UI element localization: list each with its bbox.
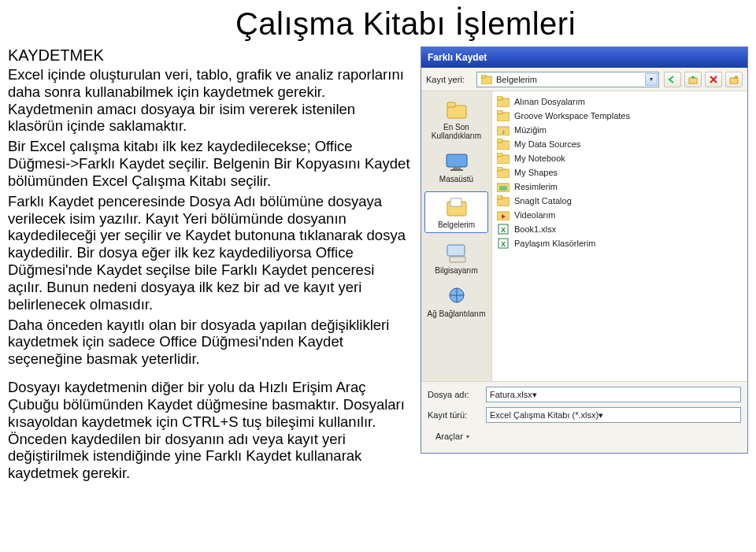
folder-icon [497, 109, 510, 122]
save-in-row: Kayıt yeri: Belgelerim ▾ [421, 68, 747, 91]
save-as-dialog: Farklı Kaydet Kayıt yeri: Belgelerim ▾ [421, 46, 748, 454]
network-icon [443, 284, 470, 308]
excel-share-icon: X [497, 237, 510, 250]
svg-rect-3 [730, 78, 738, 83]
folder-recent-icon [443, 98, 470, 121]
folder-icon [497, 194, 510, 207]
filetype-dropdown[interactable]: Excel Çalışma Kitabı (*.xlsx) ▾ [486, 407, 741, 423]
svg-rect-12 [447, 245, 465, 256]
filetype-label: Kayıt türü: [428, 410, 481, 420]
paragraph-5: Dosyayı kaydetmenin diğer bir yolu da Hı… [8, 379, 411, 482]
paragraph-3: Farklı Kaydet penceresinde Dosya Adı böl… [8, 193, 411, 313]
svg-rect-28 [499, 186, 507, 191]
file-item-label: Alınan Dosyalarım [514, 97, 585, 106]
svg-point-4 [735, 76, 738, 79]
save-in-label: Kayıt yeri: [426, 75, 472, 84]
filetype-value: Excel Çalışma Kitabı (*.xlsx) [490, 410, 598, 420]
file-item-label: Resimlerim [514, 182, 558, 191]
text-column: KAYDETMEK Excel içinde oluşturulan veri,… [8, 46, 417, 485]
back-button[interactable] [664, 72, 681, 87]
svg-rect-6 [447, 102, 455, 107]
file-item[interactable]: My Shapes [497, 165, 743, 180]
file-item-label: Groove Workspace Templates [514, 111, 630, 120]
places-item-label: En Son Kullandıklarım [423, 123, 490, 140]
svg-rect-9 [450, 169, 463, 171]
places-item[interactable]: Bilgisayarım [421, 239, 491, 276]
svg-text:X: X [501, 226, 506, 234]
svg-rect-30 [497, 195, 502, 199]
file-item[interactable]: Resimlerim [497, 180, 743, 194]
svg-text:X: X [501, 240, 506, 248]
filename-input[interactable]: Fatura.xlsx ▾ [486, 387, 741, 402]
file-item-label: Book1.xlsx [514, 224, 556, 234]
folder-icon [497, 166, 510, 179]
file-item[interactable]: Alınan Dosyalarım [497, 94, 743, 109]
file-item-label: My Data Sources [514, 139, 580, 149]
file-item[interactable]: XBook1.xlsx [497, 222, 743, 236]
file-item[interactable]: Groove Workspace Templates [497, 109, 743, 123]
svg-rect-16 [497, 96, 502, 100]
places-item-label: Ağ Bağlantılarım [428, 309, 486, 318]
toolbar-icons [664, 72, 743, 87]
file-item[interactable]: My Data Sources [497, 137, 743, 151]
dialog-bottom: Dosya adı: Fatura.xlsx ▾ Kayıt türü: Exc… [421, 381, 747, 453]
svg-rect-2 [689, 78, 697, 83]
file-item-label: My Shapes [514, 168, 558, 177]
tools-row: Araçlar ▾ [428, 428, 741, 445]
excel-icon: X [497, 223, 510, 235]
places-item-label: Masaüstü [439, 175, 473, 183]
up-button[interactable] [684, 72, 702, 87]
paragraph-1: Excel içinde oluşturulan veri, tablo, gr… [8, 66, 411, 135]
chevron-down-icon[interactable]: ▾ [532, 390, 537, 400]
svg-rect-8 [453, 167, 461, 169]
my-documents-icon [443, 195, 470, 219]
folder-icon [480, 73, 493, 86]
filename-value: Fatura.xlsx [490, 390, 532, 399]
desktop-icon [443, 150, 470, 173]
file-item[interactable]: ♪Müziğim [497, 123, 743, 137]
filename-label: Dosya adı: [428, 390, 481, 399]
file-item-label: Paylaşım Klasörlerim [514, 239, 595, 248]
filename-row: Dosya adı: Fatura.xlsx ▾ [428, 387, 741, 402]
file-item-label: SnagIt Catalog [514, 196, 572, 206]
file-item[interactable]: SnagIt Catalog [497, 194, 743, 208]
paragraph-2: Bir Excel çalışma kitabı ilk kez kaydedi… [8, 138, 411, 189]
file-item-label: Müziğim [514, 125, 547, 135]
places-item-label: Bilgisayarım [435, 266, 477, 275]
svg-rect-13 [450, 257, 465, 262]
new-folder-button[interactable] [725, 72, 743, 87]
file-item[interactable]: XPaylaşım Klasörlerim [497, 236, 743, 250]
folder-icon [497, 95, 510, 108]
paragraph-4: Daha önceden kayıtlı olan bir dosyada ya… [8, 317, 411, 368]
svg-rect-11 [450, 198, 461, 206]
svg-rect-26 [497, 167, 502, 171]
places-item[interactable]: Ağ Bağlantılarım [421, 283, 491, 320]
chevron-down-icon: ▾ [466, 433, 474, 440]
save-in-dropdown[interactable]: Belgelerim ▾ [476, 72, 659, 87]
section-heading: KAYDETMEK [8, 46, 411, 65]
chevron-down-icon[interactable]: ▾ [598, 410, 603, 420]
svg-rect-7 [447, 154, 467, 167]
folder-pictures-icon [497, 180, 510, 193]
places-item[interactable]: En Son Kullandıklarım [421, 96, 491, 142]
folder-data-icon [497, 138, 510, 150]
file-item[interactable]: Videolarım [497, 208, 743, 222]
dialog-title: Farklı Kaydet [428, 52, 487, 63]
dialog-body: En Son KullandıklarımMasaüstüBelgelerimB… [421, 91, 747, 381]
places-item-label: Belgelerim [438, 220, 475, 229]
filetype-row: Kayıt türü: Excel Çalışma Kitabı (*.xlsx… [428, 407, 741, 423]
folder-icon [497, 152, 510, 165]
save-in-value: Belgelerim [496, 75, 537, 84]
file-item-label: My Notebook [514, 154, 565, 163]
places-item[interactable]: Masaüstü [421, 148, 491, 185]
tools-button[interactable]: Araçlar ▾ [428, 428, 482, 445]
dialog-titlebar: Farklı Kaydet [421, 47, 747, 68]
file-list[interactable]: Alınan DosyalarımGroove Workspace Templa… [492, 91, 747, 381]
delete-button[interactable] [705, 72, 722, 87]
folder-music-icon: ♪ [497, 124, 510, 136]
page-title: Çalışma Kitabı İşlemleri [55, 6, 756, 42]
file-item[interactable]: My Notebook [497, 151, 743, 165]
places-item[interactable]: Belgelerim [424, 191, 488, 233]
chevron-down-icon[interactable]: ▾ [645, 73, 658, 86]
svg-rect-18 [497, 110, 502, 114]
